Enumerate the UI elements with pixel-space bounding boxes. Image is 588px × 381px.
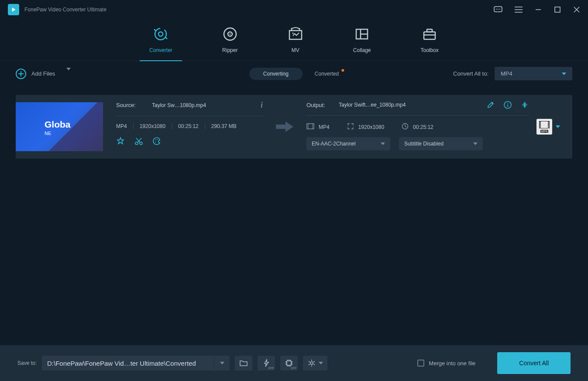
tab-mv[interactable]: MV (282, 23, 309, 61)
chevron-down-icon (473, 142, 478, 145)
merge-checkbox[interactable] (417, 360, 424, 367)
ripper-icon (222, 25, 238, 43)
gpu-button[interactable]: OFF (280, 356, 298, 371)
toolbar: Add Files Converting Converted Convert A… (0, 61, 588, 87)
converted-label: Converted (315, 71, 339, 77)
mv-icon (288, 25, 303, 43)
format-badge-icon: MP4 (536, 119, 552, 135)
nav-tabs: Converter Ripper MV Collage Toolbox (0, 19, 588, 61)
format-value: MP4 (501, 70, 512, 77)
svg-rect-23 (424, 32, 435, 39)
output-filename: Taylor Swift…ee_1080p.mp4 (339, 102, 477, 108)
source-format: MP4 (116, 123, 133, 129)
tab-toolbox[interactable]: Toolbox (416, 23, 444, 61)
plus-icon (16, 69, 26, 79)
output-duration: 00:25:12 (413, 124, 433, 130)
off-badge: OFF (268, 367, 274, 370)
subtitle-select[interactable]: Subtitle Disabled (399, 137, 483, 150)
app-title: FonePaw Video Converter Ultimate (24, 7, 488, 13)
menu-icon[interactable] (515, 7, 523, 13)
close-icon[interactable] (573, 6, 580, 13)
output-format-picker[interactable]: MP4 (536, 119, 564, 135)
open-folder-button[interactable] (235, 356, 252, 371)
add-files-dropdown[interactable] (66, 70, 71, 77)
app-logo (8, 4, 19, 15)
svg-point-31 (155, 142, 156, 142)
svg-point-2 (498, 9, 499, 10)
bottom-bar: Save to: D:\FonePaw\FonePaw Vid…ter Ulti… (0, 345, 588, 381)
edit-icon[interactable] (487, 100, 495, 109)
off-badge: OFF (291, 367, 297, 370)
svg-point-17 (292, 33, 293, 34)
subtitle-value: Subtitle Disabled (404, 141, 444, 147)
file-row: GlobaNE Source: Taylor Sw…1080p.mp4 i MP… (16, 95, 572, 159)
svg-point-12 (158, 32, 163, 36)
compress-icon[interactable] (521, 100, 529, 109)
palette-icon[interactable] (153, 137, 162, 145)
chevron-down-icon (381, 142, 385, 145)
save-path-text: D:\FonePaw\FonePaw Vid…ter Ultimate\Conv… (47, 360, 196, 367)
format-dropdown[interactable]: MP4 (495, 67, 572, 80)
feedback-icon[interactable] (494, 6, 502, 13)
chevron-down-icon (319, 362, 323, 364)
output-label: Output: (306, 102, 329, 108)
save-to-label: Save to: (17, 360, 37, 366)
svg-point-35 (507, 103, 508, 104)
output-resolution: 1920x1080 (358, 124, 384, 130)
tab-label: Ripper (222, 47, 237, 53)
add-files-button[interactable]: Add Files (16, 69, 71, 79)
source-label: Source: (116, 102, 142, 108)
save-path-field[interactable]: D:\FonePaw\FonePaw Vid…ter Ultimate\Conv… (42, 356, 230, 371)
svg-point-1 (496, 9, 497, 10)
arrow-right-icon (275, 120, 294, 133)
video-format-icon (306, 123, 314, 131)
convert-all-button[interactable]: Convert All (497, 352, 571, 374)
tab-label: Converter (149, 47, 172, 53)
source-size: 290.37 MB (205, 123, 243, 129)
titlebar: FonePaw Video Converter Ultimate (0, 0, 588, 19)
converted-link[interactable]: Converted (315, 71, 339, 77)
chevron-down-icon (562, 73, 566, 75)
output-format: MP4 (319, 124, 330, 130)
svg-point-32 (157, 139, 158, 140)
svg-point-30 (155, 139, 156, 140)
tab-converter[interactable]: Converter (144, 23, 178, 61)
svg-point-11 (155, 28, 166, 40)
svg-rect-36 (307, 124, 314, 129)
tab-label: Collage (353, 47, 371, 53)
tab-label: Toolbox (421, 47, 439, 53)
convert-all-to-label: Convert All to: (453, 70, 488, 77)
svg-point-15 (229, 34, 230, 35)
save-path-dropdown[interactable] (214, 356, 230, 371)
source-duration: 00:25:12 (172, 123, 205, 129)
minimize-icon[interactable] (535, 6, 542, 13)
svg-point-41 (310, 362, 313, 364)
cut-icon[interactable] (134, 137, 143, 145)
info-circle-icon[interactable] (503, 100, 512, 109)
hardware-accel-button[interactable]: OFF (258, 356, 275, 371)
merge-label: Merge into one file (429, 360, 475, 367)
notification-dot-icon (341, 69, 344, 72)
converting-pill[interactable]: Converting (249, 68, 303, 80)
maximize-icon[interactable] (554, 6, 561, 13)
add-files-label: Add Files (31, 70, 55, 77)
thumbnail-overlay-text: GlobaNE (45, 121, 71, 137)
video-thumbnail[interactable]: GlobaNE (16, 102, 103, 151)
convert-all-label: Convert All (519, 360, 549, 367)
tab-collage[interactable]: Collage (348, 23, 376, 61)
tab-ripper[interactable]: Ripper (217, 23, 243, 61)
audio-track-select[interactable]: EN-AAC-2Channel (306, 137, 390, 150)
converter-icon (152, 25, 169, 43)
tab-label: MV (292, 47, 299, 53)
chevron-down-icon (556, 125, 560, 128)
svg-point-3 (499, 9, 500, 10)
collage-icon (354, 25, 370, 43)
audio-track-value: EN-AAC-2Channel (312, 141, 356, 147)
source-filename: Taylor Sw…1080p.mp4 (152, 102, 251, 108)
toolbox-icon (422, 25, 437, 43)
source-resolution: 1920x1080 (133, 123, 172, 129)
effects-icon[interactable] (116, 137, 125, 145)
settings-button[interactable] (303, 356, 327, 371)
svg-rect-24 (427, 29, 432, 32)
clock-icon (402, 123, 409, 131)
